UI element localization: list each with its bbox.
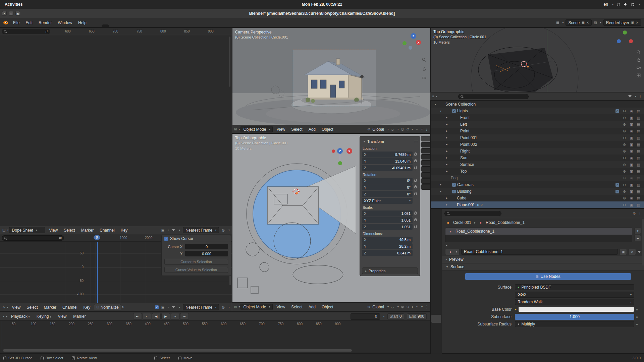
window-maximize-button[interactable]: ▣ — [15, 11, 20, 16]
window-minimize-button[interactable]: ▭ — [9, 11, 13, 16]
menu-item[interactable]: Key — [118, 227, 131, 234]
scale-field[interactable]: X 1.051 — [362, 210, 413, 217]
lock-icon[interactable] — [414, 167, 417, 169]
zoom-icon[interactable] — [422, 57, 427, 62]
scene-copy-icon[interactable]: ▣ — [581, 21, 584, 24]
scene-name-field[interactable]: Scene ▣ ✕ — [566, 19, 592, 26]
sidebar-tab[interactable] — [421, 184, 430, 190]
timeline-canvas[interactable]: 5010015020025030035040045050055060065070… — [0, 321, 430, 353]
animate-decorator-icon[interactable]: ● — [634, 322, 640, 326]
selection-sync-toggle[interactable]: ✓ — [155, 305, 159, 309]
outliner-item-label[interactable]: Cameras — [457, 182, 474, 187]
disable-in-viewports-toggle[interactable]: ▣ — [630, 136, 633, 140]
gizmo-y-axis[interactable] — [402, 41, 407, 45]
sss-method-select[interactable]: Random Walk ▾ — [515, 299, 634, 305]
transport-button[interactable]: » — [171, 313, 179, 320]
outliner-item-label[interactable]: Point — [460, 129, 469, 133]
pan-hand-icon[interactable] — [636, 58, 641, 62]
swap-icon[interactable]: ⇄ — [45, 29, 48, 33]
cursor-x-field[interactable]: 0 — [185, 244, 228, 249]
use-preview-range-icon[interactable]: ◔ — [383, 315, 385, 318]
collapse-icon[interactable]: ▼ — [363, 140, 366, 143]
workspace-tab[interactable] — [109, 24, 116, 27]
material-slot-item[interactable]: ● Road_Cobblestone_1 — [445, 228, 632, 235]
menu-item[interactable]: View — [273, 126, 288, 133]
editor-type-caret[interactable]: ▾ — [7, 306, 8, 309]
keying-menu[interactable]: Keying▾ — [34, 313, 54, 320]
list-resize-grip[interactable]: ∷∷ — [539, 239, 542, 242]
window-close-button[interactable]: ✕ — [2, 11, 7, 16]
sidebar-tab[interactable] — [421, 154, 430, 160]
location-field[interactable]: X -9.7689 m — [362, 152, 413, 158]
menu-item[interactable]: Help — [75, 19, 90, 26]
disable-in-viewports-toggle[interactable]: ▣ — [630, 109, 633, 113]
mini-ortho-viewport[interactable]: Top Orthographic (0) Scene Collection | … — [430, 27, 644, 92]
hide-in-viewport-toggle[interactable]: ⊙ — [623, 169, 626, 174]
outliner-item-label[interactable]: Lights — [457, 109, 468, 113]
disclosure-arrow-icon[interactable]: ▶ — [439, 183, 443, 186]
breadcrumb-material[interactable]: Road_Cobblestone_1 — [486, 220, 525, 225]
properties-tab[interactable] — [431, 306, 441, 314]
disable-in-viewports-toggle[interactable]: ▣ — [630, 163, 633, 167]
menu-item[interactable]: View — [9, 304, 23, 311]
orientation-label[interactable]: Global — [372, 305, 384, 309]
shading-icon[interactable]: ◓ — [416, 305, 418, 309]
properties-tab[interactable] — [431, 289, 441, 297]
dimension-field[interactable]: Y 28.2 m — [362, 243, 413, 249]
editor-type-icon[interactable]: ≡ — [432, 95, 434, 98]
marker-menu[interactable]: Marker — [70, 313, 89, 320]
grid-icon[interactable] — [636, 73, 641, 78]
graph-filter-searchbox[interactable]: ⇄ — [2, 235, 64, 241]
proportional-edit-icon[interactable]: ◎ — [222, 305, 225, 309]
proportional-edit-icon[interactable]: ◎ — [401, 305, 404, 309]
outliner-row[interactable]: ▶ ✓ Cameras ◆ ▽ ✓ ⊙ ▣ ▤ — [431, 181, 644, 188]
outliner-row[interactable]: ✓ Fog ◆ ▽ ✓ ⊙ ▣ ▤ — [431, 175, 644, 181]
outliner-row[interactable]: ▶ ✓ Point ◆ ▽ ✓ ⊙ ▣ ▤ — [431, 128, 644, 134]
preview-panel-header[interactable]: ▸ Preview — [442, 256, 644, 263]
options-icon[interactable]: ⋮ — [425, 305, 428, 309]
disclosure-arrow-icon[interactable]: ▼ — [433, 103, 437, 106]
workspace-tab[interactable] — [94, 24, 102, 27]
outliner-item-label[interactable]: Building — [457, 189, 472, 194]
editor-type-caret[interactable]: ▾ — [238, 128, 240, 131]
cursor-value-to-selection-button[interactable]: Cursor Value to Selection — [164, 267, 228, 273]
properties-tab[interactable] — [431, 297, 441, 305]
current-frame-pill[interactable]: 0 — [94, 235, 100, 240]
menu-item[interactable]: Key — [80, 304, 94, 311]
animate-decorator-icon[interactable]: ● — [634, 308, 640, 311]
filter-caret[interactable]: ▾ — [179, 229, 180, 232]
lock-icon[interactable] — [414, 219, 417, 221]
playhead-line[interactable] — [97, 242, 98, 303]
move-gizmo[interactable]: Z X — [332, 147, 355, 166]
hide-in-viewport-toggle[interactable]: ⊙ — [623, 163, 626, 167]
dimension-field[interactable]: Z 0.341 m — [362, 250, 413, 256]
panel-grip-icon[interactable]: ∷∷ — [414, 140, 418, 143]
disable-in-renders-toggle[interactable]: ▤ — [637, 149, 640, 154]
camera-view-icon[interactable] — [636, 65, 641, 70]
view-layer-icon[interactable]: ▨ — [594, 21, 597, 24]
gizmo-z-axis[interactable] — [617, 39, 621, 43]
properties-tab[interactable] — [431, 245, 441, 253]
disclosure-arrow-icon[interactable]: ▶ — [445, 150, 449, 153]
transport-button[interactable]: ⇤ — [133, 313, 142, 320]
breadcrumb-object[interactable]: Circle.001 — [453, 220, 471, 225]
menu-item[interactable]: Channel — [97, 227, 118, 234]
outliner-row[interactable]: ▶ ✓ Left ◆ ▽ ✓ ⊙ ▣ ▤ — [431, 121, 644, 128]
subsurface-slider[interactable]: 1.000 — [515, 314, 634, 320]
outliner-item-label[interactable]: Fog — [451, 176, 458, 180]
lock-icon[interactable] — [414, 180, 417, 182]
camera-viewport[interactable]: Camera Perspective (0) Scene Collection … — [232, 27, 430, 125]
transport-button[interactable]: « — [143, 313, 151, 320]
layer-unlink-icon[interactable]: ✕ — [636, 21, 639, 24]
disable-in-renders-toggle[interactable]: ▤ — [637, 196, 640, 200]
workspace-tab[interactable] — [124, 24, 131, 27]
menu-item[interactable]: Select — [61, 227, 78, 234]
disable-in-renders-toggle[interactable]: ▤ — [637, 189, 640, 194]
editor-type-icon[interactable]: ⊞ — [234, 127, 237, 131]
disable-in-viewports-toggle[interactable]: ▣ — [630, 116, 633, 120]
remove-material-slot-button[interactable]: − — [634, 235, 641, 241]
properties-tab[interactable] — [431, 254, 441, 262]
ghost-icon[interactable]: ◔ — [167, 228, 169, 232]
disable-in-renders-toggle[interactable]: ▤ — [637, 203, 640, 207]
disclosure-arrow-icon[interactable]: ▶ — [445, 163, 449, 166]
